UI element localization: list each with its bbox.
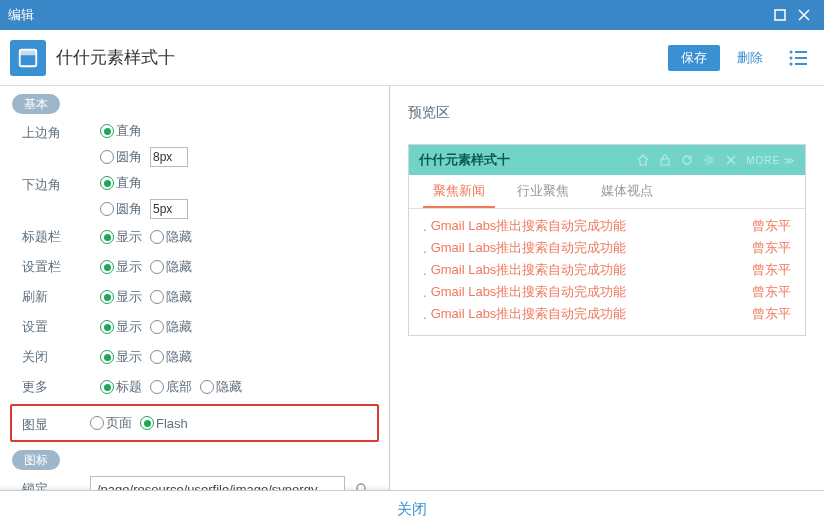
tab-industry-focus[interactable]: 行业聚焦	[507, 175, 579, 208]
radio-refresh-show[interactable]	[100, 290, 114, 304]
svg-point-11	[707, 158, 711, 162]
radio-titlebar-hide[interactable]	[150, 230, 164, 244]
svg-rect-10	[661, 159, 669, 165]
header-bar: 什什元素样式十 保存 删除	[0, 30, 824, 86]
svg-rect-2	[20, 49, 37, 55]
card-title: 什什元素样式十	[419, 151, 510, 169]
window-titlebar: 编辑	[0, 0, 824, 30]
radio-more-bottom[interactable]	[150, 380, 164, 394]
group-basic[interactable]: 基本	[12, 94, 60, 114]
svg-point-7	[790, 62, 793, 65]
radio-top-round[interactable]	[100, 150, 114, 164]
preview-panel: 预览区 什什元素样式十 MORE ≫ 聚焦新闻 行业聚焦 媒体视点	[390, 86, 824, 490]
input-top-round-value[interactable]	[150, 147, 188, 167]
maximize-icon[interactable]	[768, 3, 792, 27]
row-more: 更多 标题 底部 隐藏	[0, 372, 389, 402]
row-lock: 锁定	[0, 474, 389, 490]
preview-card: 什什元素样式十 MORE ≫ 聚焦新闻 行业聚焦 媒体视点 .Gmail Lab…	[408, 144, 806, 336]
card-tabs: 聚焦新闻 行业聚焦 媒体视点	[409, 175, 805, 209]
radio-setting-show[interactable]	[100, 320, 114, 334]
tab-media-view[interactable]: 媒体视点	[591, 175, 663, 208]
app-icon	[10, 40, 46, 76]
list-item[interactable]: .Gmail Labs推出搜索自动完成功能曾东平	[423, 281, 791, 303]
search-icon[interactable]	[349, 476, 375, 490]
label-bottom-corner: 下边角	[22, 170, 90, 194]
radio-bottom-round[interactable]	[100, 202, 114, 216]
radio-refresh-hide[interactable]	[150, 290, 164, 304]
card-list: .Gmail Labs推出搜索自动完成功能曾东平 .Gmail Labs推出搜索…	[409, 209, 805, 335]
gear-icon[interactable]	[700, 151, 718, 169]
radio-bottom-square[interactable]	[100, 176, 114, 190]
row-settingbar: 设置栏 显示 隐藏	[0, 252, 389, 282]
row-close: 关闭 显示 隐藏	[0, 342, 389, 372]
svg-rect-8	[795, 63, 807, 65]
group-icon[interactable]: 图标	[12, 450, 60, 470]
svg-rect-0	[775, 10, 785, 20]
save-button[interactable]: 保存	[668, 45, 720, 71]
list-item[interactable]: .Gmail Labs推出搜索自动完成功能曾东平	[423, 237, 791, 259]
page-title: 什什元素样式十	[56, 46, 175, 69]
svg-point-5	[790, 56, 793, 59]
tab-focus-news[interactable]: 聚焦新闻	[423, 175, 495, 208]
svg-rect-6	[795, 57, 807, 59]
row-top-corner: 上边角 直角 圆角	[0, 118, 389, 170]
svg-point-3	[790, 50, 793, 53]
label-top-corner: 上边角	[22, 118, 90, 142]
radio-imgshow-page[interactable]	[90, 416, 104, 430]
window-title: 编辑	[8, 6, 34, 24]
list-item[interactable]: .Gmail Labs推出搜索自动完成功能曾东平	[423, 259, 791, 281]
row-img-show: 图显 页面 Flash	[10, 404, 379, 442]
row-refresh: 刷新 显示 隐藏	[0, 282, 389, 312]
radio-top-square[interactable]	[100, 124, 114, 138]
radio-more-hide[interactable]	[200, 380, 214, 394]
radio-close-hide[interactable]	[150, 350, 164, 364]
radio-settingbar-show[interactable]	[100, 260, 114, 274]
footer-bar: 关闭	[0, 490, 824, 528]
radio-more-title[interactable]	[100, 380, 114, 394]
row-titlebar: 标题栏 显示 隐藏	[0, 222, 389, 252]
radio-settingbar-hide[interactable]	[150, 260, 164, 274]
list-menu-icon[interactable]	[782, 45, 814, 71]
preview-section-title: 预览区	[408, 104, 806, 122]
row-setting: 设置 显示 隐藏	[0, 312, 389, 342]
radio-titlebar-show[interactable]	[100, 230, 114, 244]
svg-point-9	[357, 484, 365, 490]
radio-imgshow-flash[interactable]	[140, 416, 154, 430]
lock-icon[interactable]	[656, 151, 674, 169]
home-icon[interactable]	[634, 151, 652, 169]
input-lock-path[interactable]	[90, 476, 345, 490]
footer-close-button[interactable]: 关闭	[397, 500, 427, 519]
radio-close-show[interactable]	[100, 350, 114, 364]
input-bottom-round-value[interactable]	[150, 199, 188, 219]
refresh-icon[interactable]	[678, 151, 696, 169]
radio-setting-hide[interactable]	[150, 320, 164, 334]
row-bottom-corner: 下边角 直角 圆角	[0, 170, 389, 222]
list-item[interactable]: .Gmail Labs推出搜索自动完成功能曾东平	[423, 215, 791, 237]
svg-rect-4	[795, 51, 807, 53]
delete-button[interactable]: 删除	[724, 45, 776, 71]
close-icon[interactable]	[792, 3, 816, 27]
form-panel: 基本 上边角 直角 圆角 下边角	[0, 86, 390, 490]
close-card-icon[interactable]	[722, 151, 740, 169]
card-header: 什什元素样式十 MORE ≫	[409, 145, 805, 175]
more-link[interactable]: MORE ≫	[746, 155, 795, 166]
list-item[interactable]: .Gmail Labs推出搜索自动完成功能曾东平	[423, 303, 791, 325]
